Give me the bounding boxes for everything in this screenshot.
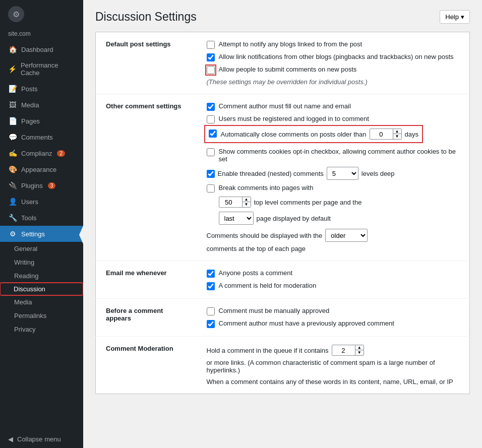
moderation-links-input[interactable]: [332, 346, 355, 355]
submenu-item-permalinks[interactable]: Permalinks: [0, 309, 83, 323]
registered-only-label: Users must be registered and logged in t…: [219, 115, 369, 122]
top-level-down-button[interactable]: ▼: [243, 202, 251, 207]
help-arrow-icon: ▾: [461, 13, 464, 21]
anyone-posts-checkbox[interactable]: [207, 270, 215, 278]
sidebar-item-label: Media: [21, 101, 39, 109]
auto-close-days-input[interactable]: [370, 130, 393, 139]
sidebar-item-users[interactable]: 👤 Users: [0, 194, 83, 210]
auto-close-down-button[interactable]: ▼: [393, 134, 401, 139]
sidebar-item-plugins[interactable]: 🔌 Plugins 3: [0, 177, 83, 194]
help-button[interactable]: Help ▾: [440, 10, 470, 24]
dashboard-icon: 🏠: [8, 45, 17, 53]
submenu-item-general[interactable]: General: [0, 242, 83, 255]
moderation-label-before: Hold a comment in the queue if it contai…: [207, 347, 329, 354]
sidebar-item-posts[interactable]: 📝 Posts: [0, 81, 83, 97]
submenu-item-privacy[interactable]: Privacy: [0, 323, 83, 336]
tools-icon: 🔧: [8, 214, 17, 222]
sidebar-item-settings[interactable]: ⚙ Settings: [0, 226, 83, 242]
auto-close-up-button[interactable]: ▲: [393, 129, 401, 134]
held-moderation-checkbox[interactable]: [207, 282, 215, 290]
sidebar-item-label: Performance Cache: [21, 61, 75, 77]
allow-comments-row: Allow people to submit comments on new p…: [207, 66, 460, 74]
auto-close-spinners: ▲ ▼: [393, 129, 401, 139]
auto-close-input-wrap: ▲ ▼: [370, 129, 402, 140]
plugins-icon: 🔌: [8, 181, 17, 189]
notify-blogs-checkbox[interactable]: [207, 41, 215, 49]
break-pages-checkbox[interactable]: [207, 184, 215, 193]
submenu-item-writing[interactable]: Writing: [0, 255, 83, 269]
moderation-label-after: or more links. (A common characteristic …: [207, 359, 460, 374]
display-order-row: Comments should be displayed with the ol…: [207, 229, 460, 252]
threaded-label-before: Enable threaded (nested) comments: [218, 170, 324, 177]
display-order-label-before: Comments should be displayed with the: [207, 232, 323, 239]
manually-approved-checkbox[interactable]: [207, 307, 215, 315]
moderation-links-row: Hold a comment in the queue if it contai…: [207, 345, 460, 374]
notify-blogs-row: Attempt to notify any blogs linked to fr…: [207, 40, 460, 49]
sidebar-item-pages[interactable]: 📄 Pages: [0, 113, 83, 129]
threaded-checkbox[interactable]: [207, 170, 215, 178]
sidebar-item-label: Dashboard: [21, 46, 53, 53]
sidebar-item-dashboard[interactable]: 🏠 Dashboard: [0, 41, 83, 57]
wp-logo-icon: ⚙: [8, 6, 24, 22]
plugins-badge: 3: [48, 182, 56, 189]
sidebar-item-complianz[interactable]: ✍ Complianz 2: [0, 145, 83, 161]
previously-approved-checkbox[interactable]: [207, 320, 215, 328]
site-name: site.com: [0, 28, 83, 41]
moderation-note: When a comment contains any of these wor…: [207, 378, 460, 386]
complianz-icon: ✍: [8, 149, 17, 157]
auto-close-label: Automatically close comments on posts ol…: [221, 129, 419, 140]
settings-arrow: [79, 226, 83, 244]
allow-comments-checkbox[interactable]: [207, 66, 215, 74]
page-displayed-label: page displayed by default: [257, 215, 331, 222]
author-fill-checkbox[interactable]: [207, 103, 215, 111]
page-displayed-select[interactable]: lastfirst: [219, 212, 254, 225]
anyone-posts-row: Anyone posts a comment: [207, 269, 460, 278]
sidebar-item-appearance[interactable]: 🎨 Appearance: [0, 161, 83, 177]
media-icon: 🖼: [8, 101, 17, 109]
help-label: Help: [445, 13, 459, 21]
submenu-item-reading[interactable]: Reading: [0, 269, 83, 283]
page-displayed-row: lastfirst page displayed by default: [219, 212, 460, 225]
threaded-label-after: levels deep: [361, 170, 395, 177]
sidebar-item-media[interactable]: 🖼 Media: [0, 97, 83, 113]
display-order-select[interactable]: oldernewer: [325, 229, 368, 242]
posts-icon: 📝: [8, 85, 17, 93]
sidebar-item-tools[interactable]: 🔧 Tools: [0, 210, 83, 226]
auto-close-checkbox[interactable]: [209, 130, 217, 138]
held-moderation-label: A comment is held for moderation: [219, 282, 317, 289]
mod-links-down-button[interactable]: ▼: [355, 350, 364, 355]
before-comment-row: Before a comment appears Comment must be…: [96, 299, 470, 337]
allow-pingbacks-checkbox[interactable]: [207, 53, 215, 61]
submenu-item-media[interactable]: Media: [0, 295, 83, 309]
display-order-label-after: comments at the top of each page: [207, 245, 306, 252]
default-post-settings-label: Default post settings: [106, 40, 171, 48]
sidebar-item-label: Complianz: [21, 150, 52, 157]
sidebar-item-comments[interactable]: 💬 Comments: [0, 129, 83, 145]
sidebar-item-label: Posts: [21, 85, 38, 93]
settings-icon: ⚙: [8, 230, 17, 238]
complianz-badge: 2: [57, 150, 65, 157]
registered-only-checkbox[interactable]: [207, 115, 215, 123]
sidebar-item-label: Plugins: [21, 182, 43, 189]
auto-close-label-before: Automatically close comments on posts ol…: [221, 131, 367, 138]
collapse-icon: ◀: [8, 435, 13, 443]
before-comment-label: Before a comment appears: [106, 307, 163, 322]
top-level-up-button[interactable]: ▲: [243, 197, 251, 202]
moderation-links-wrap: ▲ ▼: [332, 345, 364, 356]
sidebar-item-label: Pages: [21, 117, 40, 125]
sidebar-item-performance-cache[interactable]: ⚡ Performance Cache: [0, 57, 83, 81]
top-level-input[interactable]: [219, 198, 242, 207]
collapse-menu-button[interactable]: ◀ Collapse menu: [0, 430, 83, 448]
sidebar-item-label: Settings: [21, 230, 45, 238]
cookies-opt-in-label: Show comments cookies opt-in checkbox, a…: [219, 148, 460, 163]
break-pages-row: Break comments into pages with: [207, 184, 460, 193]
cookies-opt-in-row: Show comments cookies opt-in checkbox, a…: [207, 148, 460, 163]
main-content: Help ▾ Discussion Settings Default post …: [83, 0, 482, 448]
sidebar-logo[interactable]: ⚙: [0, 0, 83, 28]
threaded-row: Enable threaded (nested) comments 523467…: [207, 167, 460, 180]
mod-links-up-button[interactable]: ▲: [355, 345, 364, 350]
collapse-label: Collapse menu: [17, 435, 61, 443]
threaded-depth-select[interactable]: 5234678910: [327, 167, 358, 180]
cookies-opt-in-checkbox[interactable]: [207, 148, 215, 156]
submenu-item-discussion[interactable]: Discussion: [0, 283, 83, 295]
